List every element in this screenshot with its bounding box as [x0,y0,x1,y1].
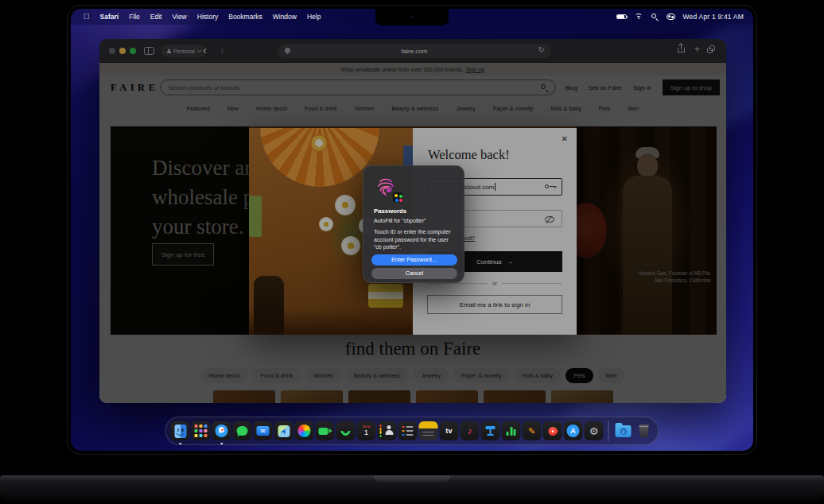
menu-bar-status: Wed Apr 1 9:41 AM [616,13,753,21]
dock-downloads-icon[interactable]: ↓ [614,421,633,440]
enter-password-button[interactable]: Enter Password… [371,254,457,266]
menu-bar-clock[interactable]: Wed Apr 1 9:41 AM [683,13,744,21]
dock-facetime-icon[interactable] [316,421,335,440]
laptop-screen:  SafariFileEditViewHistoryBookmarksWind… [67,5,757,455]
dock-numbers-icon[interactable] [502,421,521,440]
battery-icon[interactable] [616,14,627,20]
touch-id-dialog: Passwords AutoFill for “cbpotter” Touch … [363,165,464,283]
dock-phone-icon[interactable] [336,421,356,440]
dock: ✉Wed1tv♪✎A⚙↓ [165,417,659,445]
touch-id-fingerprint-icon [373,174,402,203]
apple-menu-icon[interactable]:  [84,13,90,21]
search-icon[interactable] [651,14,659,21]
menu-bar-menus:  SafariFileEditViewHistoryBookmarksWind… [71,13,321,21]
dock-messages-icon[interactable] [233,421,252,440]
menu-file[interactable]: File [129,13,140,21]
dock-mail-icon[interactable]: ✉ [254,421,273,440]
menu-edit[interactable]: Edit [150,13,162,21]
dock-pages-icon[interactable]: ✎ [523,421,542,440]
dock-trash-icon[interactable] [635,421,654,440]
dialog-app-name: Passwords [374,207,406,215]
dialog-subtitle: AutoFill for “cbpotter” [374,218,426,223]
menu-history[interactable]: History [197,13,218,21]
dock-reminders-icon[interactable] [398,421,418,440]
dock-appstore-icon[interactable]: A [564,421,583,440]
display-notch [375,9,449,25]
dock-maps-icon[interactable] [274,421,293,440]
dock-rocket-icon[interactable] [543,421,562,440]
dock-launchpad-icon[interactable] [192,421,211,440]
menu-help[interactable]: Help [307,13,321,21]
running-indicator [179,443,181,445]
dock-separator [608,421,609,441]
dock-tv-icon[interactable]: tv [440,421,459,440]
dock-contacts-icon[interactable] [378,421,397,440]
dialog-message: Touch ID or enter the computer account p… [374,228,455,251]
dock-notes-icon[interactable] [419,421,438,440]
camera-dot [411,16,414,18]
desktop:  SafariFileEditViewHistoryBookmarksWind… [71,9,753,451]
passwords-app-icon [392,192,403,203]
dock-photos-icon[interactable] [295,421,314,440]
macbook-stage:  SafariFileEditViewHistoryBookmarksWind… [0,0,824,504]
cancel-button[interactable]: Cancel [371,268,457,279]
dock-safari-icon[interactable] [212,421,231,440]
menu-bookmarks[interactable]: Bookmarks [228,13,262,21]
dock-music-icon[interactable]: ♪ [461,421,480,440]
dock-settings-icon[interactable]: ⚙ [585,421,604,440]
dock-calendar-icon[interactable]: Wed1 [357,421,376,440]
wifi-icon[interactable] [635,14,643,20]
dock-keynote-icon[interactable] [481,421,500,440]
laptop-lid-scoop [374,475,450,483]
menu-safari[interactable]: Safari [100,13,119,21]
running-indicator [220,443,223,445]
dock-finder-icon[interactable] [171,421,190,440]
menu-view[interactable]: View [172,13,186,21]
control-center-icon[interactable] [667,14,675,20]
menu-window[interactable]: Window [273,13,297,21]
